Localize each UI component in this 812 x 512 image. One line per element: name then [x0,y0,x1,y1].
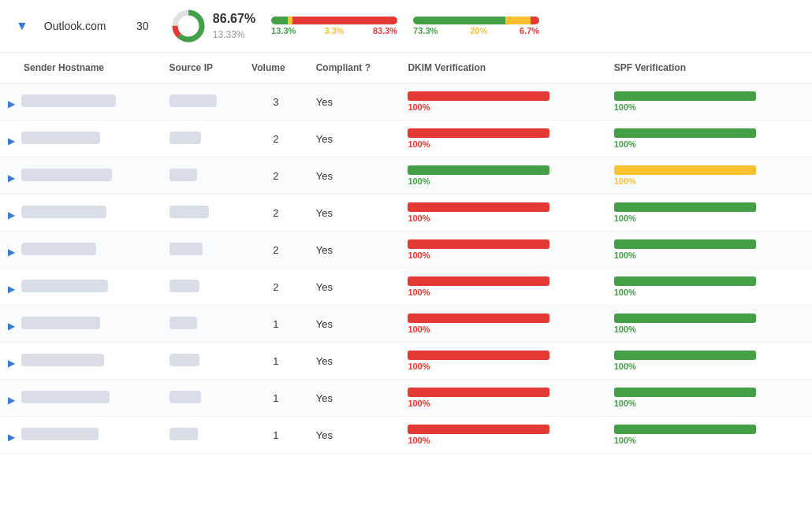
volume-cell: 1 [244,380,308,417]
dkim-pct-label: 100% [408,176,598,186]
expand-arrow-icon[interactable]: ▶ [8,135,18,147]
table-row: ▶ 1Yes 100% 100% [0,417,812,454]
hostname-blurred [21,354,104,366]
spf-pct-label: 100% [614,176,804,186]
source-ip-blurred [169,243,203,255]
dkim-cell: 100% [400,121,605,158]
spf-pct-label: 100% [614,102,804,112]
compliant-cell: Yes [308,343,400,380]
spf-bar-track [614,202,756,212]
spf-pct-label: 100% [614,250,804,260]
spf-pct-label: 100% [614,362,804,371]
dkim-pct-label: 100% [408,436,598,445]
dkim-bar-track [408,91,549,101]
dkim-cell: 100% [400,83,605,121]
header-spf-labels: 73.3% 20% 6.7% [413,26,539,35]
spf-bar-cell: 100% [614,351,804,371]
source-ip-blurred [169,280,199,292]
spf-pct-label: 100% [614,399,804,408]
dkim-bar-fill [408,276,549,286]
expand-arrow-icon[interactable]: ▶ [8,321,18,332]
expand-arrow-icon[interactable]: ▶ [8,173,18,184]
spf-bar-fill [614,128,756,138]
spf-bar-fill [614,425,756,434]
spf-cell: 100% [606,343,812,380]
volume-cell: 3 [244,83,308,121]
table-row: ▶ 2Yes 100% 100% [0,269,812,306]
hostname-blurred [21,169,112,181]
source-ip-blurred [169,169,197,181]
expand-arrow-icon[interactable]: ▶ [8,247,18,258]
message-count: 30 [131,20,155,32]
expand-arrow-icon[interactable]: ▶ [8,284,18,295]
hostname-blurred [21,428,99,440]
spf-cell: 100% [606,380,812,417]
spf-cell: 100% [606,158,812,195]
dkim-cell: 100% [400,195,605,232]
volume-cell: 1 [244,417,308,454]
dkim-bar-fill [408,425,549,434]
compliant-cell: Yes [308,417,400,454]
spf-pct-label: 100% [614,139,804,149]
spf-red-seg [531,17,539,24]
source-name: Outlook.com [44,20,115,32]
dkim-bar-fill [408,165,549,175]
table-row: ▶ 1Yes 100% 100% [0,343,812,380]
data-table: Sender Hostname Source IP Volume Complia… [0,53,812,454]
dkim-cell: 100% [400,343,605,380]
dkim-bar-cell: 100% [408,128,598,149]
dkim-bar-track [408,425,549,434]
spf-cell: 100% [606,83,812,121]
hostname-blurred [21,317,100,329]
dkim-cell: 100% [400,232,605,269]
dkim-pct-label: 100% [408,362,598,371]
expand-arrow-icon[interactable]: ▶ [8,358,18,369]
expand-arrow-icon[interactable]: ▶ [8,395,18,406]
spf-bar-fill [614,314,756,323]
spf-yellow-seg [505,17,531,24]
dkim-cell: 100% [400,306,605,343]
spf-yellow-label: 20% [470,26,487,35]
spf-bar-fill [614,388,756,397]
compliant-cell: Yes [308,380,400,417]
spf-cell: 100% [606,417,812,454]
dkim-pct-label: 100% [408,213,598,223]
dkim-cell: 100% [400,269,605,306]
dkim-bar-cell: 100% [408,91,598,112]
dkim-bar-track [408,351,549,360]
spf-cell: 100% [606,121,812,158]
spf-bar-track [614,91,756,101]
spf-bar-track [614,276,756,286]
volume-cell: 2 [244,269,308,306]
dkim-bar-cell: 100% [408,388,598,408]
spf-bar-cell: 100% [614,425,804,445]
dkim-bar-fill [408,128,549,138]
dkim-cell: 100% [400,417,605,454]
expand-arrow-icon[interactable]: ▶ [8,210,18,221]
dkim-bar-track [408,165,549,175]
dkim-pct-label: 100% [408,325,598,334]
col-header-hostname: Sender Hostname [0,53,162,83]
compliant-cell: Yes [308,83,400,121]
dkim-bar-fill [408,314,549,323]
dkim-bar-track [408,128,549,138]
expand-arrow-icon[interactable]: ▶ [8,432,18,443]
compliant-cell: Yes [308,121,400,158]
dropdown-arrow-icon[interactable]: ▼ [16,19,28,33]
expand-arrow-icon[interactable]: ▶ [8,98,18,109]
spf-pct-label: 100% [614,436,804,445]
data-table-wrap: Sender Hostname Source IP Volume Complia… [0,53,812,454]
hostname-blurred [21,391,110,403]
spf-pct-label: 100% [614,288,804,297]
spf-bar-fill [614,276,756,286]
spf-bar-fill [614,351,756,360]
dkim-pct-label: 100% [408,399,598,408]
hostname-blurred [21,132,100,144]
compliant-cell: Yes [308,158,400,195]
volume-cell: 2 [244,195,308,232]
dkim-bar-cell: 100% [408,202,598,223]
dkim-bar-cell: 100% [408,165,598,186]
table-row: ▶ 2Yes 100% 100% [0,121,812,158]
spf-bar-track [614,239,756,249]
header-spf-track [413,17,539,24]
